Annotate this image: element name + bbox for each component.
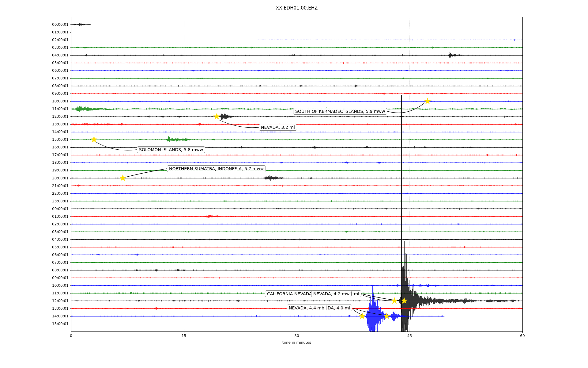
seismogram-dayplot-figure: XX.EDH01.00.EHZ time in minutes 00:00:01… — [0, 0, 588, 368]
row-time-label: 09:00:01 — [36, 91, 69, 96]
row-time-label: 20:00:01 — [36, 176, 69, 181]
row-time-label: 06:00:01 — [36, 252, 69, 257]
row-time-label: 01:00:01 — [36, 30, 69, 35]
row-time-label: 06:00:01 — [36, 68, 69, 73]
x-tick-label: 30 — [289, 334, 304, 338]
row-time-label: 00:00:01 — [36, 206, 69, 211]
row-time-label: 09:00:01 — [36, 275, 69, 280]
row-time-label: 11:00:01 — [36, 106, 69, 111]
row-time-label: 07:00:01 — [36, 76, 69, 81]
x-tick-label: 60 — [515, 334, 530, 338]
row-time-label: 13:00:01 — [36, 122, 69, 127]
x-axis-label: time in minutes — [71, 340, 522, 345]
row-time-label: 22:00:01 — [36, 191, 69, 196]
row-time-label: 02:00:01 — [36, 37, 69, 42]
row-time-label: 19:00:01 — [36, 168, 69, 173]
row-time-label: 05:00:01 — [36, 60, 69, 65]
row-time-label: 05:00:01 — [36, 245, 69, 250]
row-time-label: 11:00:01 — [36, 291, 69, 296]
row-time-label: 10:00:01 — [36, 283, 69, 288]
row-time-label: 08:00:01 — [36, 83, 69, 88]
row-time-label: 04:00:01 — [36, 53, 69, 58]
annotation-box-solomon-islands: SOLOMON ISLANDS, 5.8 mww — [137, 146, 205, 153]
row-time-label: 23:00:01 — [36, 199, 69, 204]
row-time-label: 15:00:01 — [36, 137, 69, 142]
annotation-box-california-nevada-border: NEVADA, 4.2 mw — [311, 290, 352, 297]
row-time-label: 04:00:01 — [36, 237, 69, 242]
row-time-label: 21:00:01 — [36, 183, 69, 188]
x-tick-label: 0 — [64, 334, 78, 338]
annotation-box-northern-sumatra-indonesia: NORTHERN SUMATRA, INDONESIA, 5.7 mww — [167, 165, 266, 172]
seismogram-traces-canvas — [0, 0, 588, 368]
row-time-label: 10:00:01 — [36, 99, 69, 104]
row-time-label: 14:00:01 — [36, 314, 69, 319]
row-time-label: 00:00:01 — [36, 22, 69, 27]
row-time-label: 03:00:01 — [36, 229, 69, 234]
row-time-label: 08:00:01 — [36, 268, 69, 273]
row-time-label: 18:00:01 — [36, 160, 69, 165]
row-time-label: 12:00:01 — [36, 114, 69, 119]
row-time-label: 03:00:01 — [36, 45, 69, 50]
row-time-label: 16:00:01 — [36, 145, 69, 150]
annotation-box-nevada-4-4-and-4-0: NEVADA, 4.4 mb — [287, 305, 326, 311]
row-time-label: 02:00:01 — [36, 222, 69, 227]
annotation-box-south-of-kermadec-islands: SOUTH OF KERMADEC ISLANDS, 5.9 mww — [293, 108, 387, 115]
row-time-label: 14:00:01 — [36, 129, 69, 134]
row-time-label: 13:00:01 — [36, 306, 69, 311]
annotation-box-nevada-3-2: NEVADA, 3.2 ml — [259, 124, 297, 131]
page-title: XX.EDH01.00.EHZ — [71, 5, 522, 11]
row-time-label: 17:00:01 — [36, 152, 69, 157]
row-time-label: 12:00:01 — [36, 298, 69, 303]
x-tick-label: 45 — [402, 334, 417, 338]
row-time-label: 01:00:01 — [36, 214, 69, 219]
row-time-label: 07:00:01 — [36, 260, 69, 265]
x-tick-label: 15 — [177, 334, 191, 338]
row-time-label: 15:00:01 — [36, 321, 69, 326]
